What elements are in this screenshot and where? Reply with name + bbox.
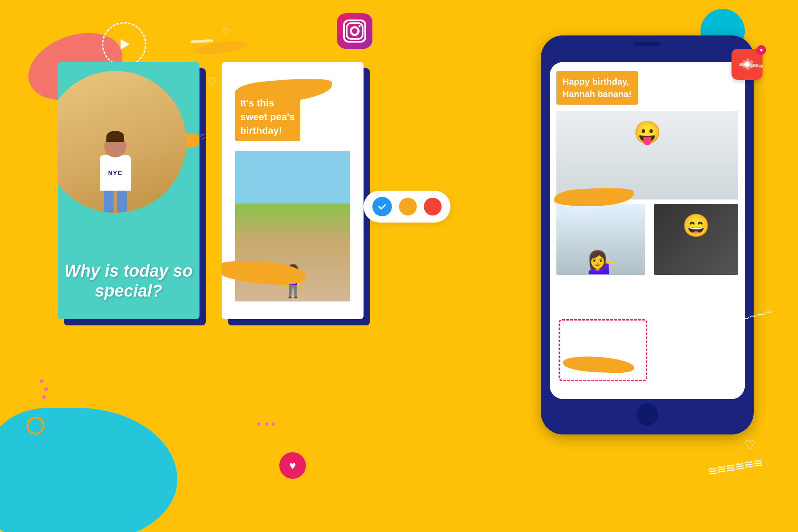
heart-deco-2: ♡ (222, 27, 229, 36)
person-hair (106, 131, 124, 142)
leg-right (117, 191, 127, 213)
squiggle-bottom-right: ≋≋≋≋≋≋ (706, 455, 763, 479)
ring-teal (98, 457, 120, 479)
card2-text-line2: sweet pea's (240, 110, 295, 124)
card2-body[interactable]: It's this sweet pea's birthday! (222, 62, 364, 319)
instagram-icon[interactable] (337, 13, 372, 49)
color-check-button[interactable] (372, 197, 392, 216)
card1-photo-circle-bg: NYC (58, 71, 186, 213)
svg-rect-0 (347, 23, 363, 39)
badge-heart-dot: ♥ (756, 45, 766, 55)
color-dot-red[interactable] (424, 198, 442, 215)
pink-dot (44, 387, 48, 391)
phone-photo-blonde-scene (556, 204, 645, 275)
phone-notch (634, 42, 661, 46)
card2-text-line3: birthday! (240, 124, 295, 138)
scratch-mark-1 (191, 39, 213, 43)
leg-left (104, 191, 113, 213)
svg-point-1 (351, 27, 358, 35)
card1-text: Why is today so special? (58, 261, 200, 301)
card2-wrapper: It's this sweet pea's birthday! (222, 62, 364, 319)
person-body: NYC (100, 155, 131, 191)
instagram-svg (345, 21, 364, 41)
pink-dots-bottom (257, 422, 275, 426)
person-legs (100, 191, 131, 213)
checkmark-icon (377, 202, 387, 211)
pink-dot-b2 (265, 422, 268, 426)
card2-text-line1: It's this (240, 97, 295, 110)
phone-text-line1: Happy birthday, (563, 75, 632, 88)
badge-heart-icon: ♥ (760, 47, 763, 53)
ring-orange (27, 417, 44, 434)
heart-small-icon: ♡ (222, 27, 229, 36)
scattered-heart-1: ♡ (200, 133, 206, 141)
card1-photo-bg: NYC (58, 71, 186, 213)
phone-text-line2: Hannah banana! (563, 88, 632, 100)
phone-photo-laugh-scene (654, 204, 738, 275)
scattered-heart-2: ♡ (744, 438, 755, 452)
person-head (104, 135, 126, 157)
phone-text-box: Happy birthday, Hannah banana! (556, 71, 638, 105)
phone-photo-top (556, 111, 738, 200)
color-picker-panel[interactable] (364, 191, 450, 223)
play-icon (121, 39, 129, 50)
card1-body[interactable]: NYC Why is today so special? (58, 62, 200, 319)
phone-photo-bottom-left (556, 204, 645, 275)
pink-dots-left (40, 379, 48, 399)
pink-dot (42, 395, 46, 399)
heart-deco-1: ♡ (207, 75, 217, 88)
dashed-selection-rect (559, 319, 647, 381)
card1-wrapper: NYC Why is today so special? (58, 62, 200, 319)
phone-photo-brick-scene (556, 111, 738, 200)
pink-dot-b3 (272, 422, 275, 426)
phone-home-button[interactable] (636, 403, 658, 426)
heart-outline-icon: ♡ (207, 75, 217, 87)
color-dot-yellow[interactable] (399, 198, 417, 215)
phone-photo-bottom-right (654, 204, 738, 275)
card1-person-sim: NYC (100, 135, 131, 213)
pink-dot (40, 379, 43, 383)
nyc-text: NYC (108, 169, 123, 176)
svg-point-2 (359, 25, 361, 27)
card2-text-box: It's this sweet pea's birthday! (235, 93, 300, 141)
play-circle[interactable] (102, 22, 146, 66)
heart-circle-button[interactable]: ♥ (279, 452, 306, 479)
heart-icon: ♥ (289, 459, 296, 473)
pink-dot-b1 (257, 422, 260, 426)
